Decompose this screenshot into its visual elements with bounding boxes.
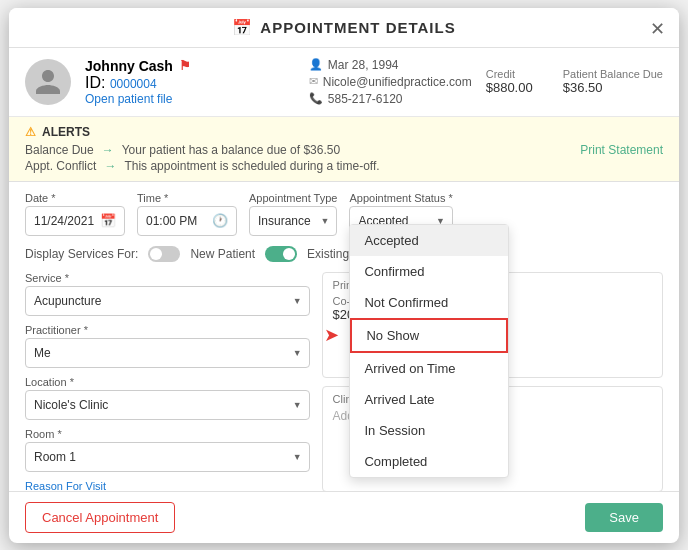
time-value: 01:00 PM: [146, 214, 197, 228]
alert-type-balance: Balance Due: [25, 143, 94, 157]
appt-status-label: Appointment Status *: [349, 192, 452, 204]
phone-row: 📞 585-217-6120: [309, 92, 472, 106]
patient-info: Johnny Cash ⚑ ID: 0000004 Open patient f…: [85, 58, 285, 106]
credit-label: Credit: [486, 68, 533, 80]
time-input[interactable]: 01:00 PM 🕐: [137, 206, 237, 236]
alert-type-conflict: Appt. Conflict: [25, 159, 96, 173]
date-time-row: Date * 11/24/2021 📅 Time * 01:00 PM 🕐 Ap…: [25, 192, 663, 236]
modal-header: 📅 APPOINTMENT DETAILS ✕: [9, 8, 679, 48]
alert-row-conflict: Appt. Conflict → This appointment is sch…: [25, 159, 663, 173]
time-group: Time * 01:00 PM 🕐: [137, 192, 237, 236]
main-form-cols: Service * Acupuncture Practitioner * Me: [25, 272, 663, 491]
date-group: Date * 11/24/2021 📅: [25, 192, 125, 236]
alert-row-balance: Balance Due → Your patient has a balance…: [25, 143, 663, 157]
clock-icon: 🕐: [212, 213, 228, 228]
service-group: Service * Acupuncture: [25, 272, 310, 316]
flag-icon: ⚑: [179, 58, 191, 73]
no-show-arrow: ➤: [324, 324, 339, 346]
modal-footer: Cancel Appointment Save: [9, 491, 679, 543]
email-icon: ✉: [309, 75, 318, 88]
appt-type-group: Appointment Type Insurance: [249, 192, 337, 236]
practitioner-group: Practitioner * Me: [25, 324, 310, 368]
financial-info: Credit $880.00 Patient Balance Due $36.5…: [486, 68, 663, 95]
cancel-appointment-button[interactable]: Cancel Appointment: [25, 502, 175, 533]
location-select[interactable]: Nicole's Clinic: [25, 390, 310, 420]
appointment-details-modal: 📅 APPOINTMENT DETAILS ✕ Johnny Cash ⚑ ID…: [9, 8, 679, 543]
service-label: Service *: [25, 272, 310, 284]
reason-label: Reason For Visit: [25, 480, 310, 491]
appt-type-wrapper: Insurance: [249, 206, 337, 236]
appt-type-label: Appointment Type: [249, 192, 337, 204]
room-wrapper: Room 1: [25, 442, 310, 472]
appt-type-select[interactable]: Insurance: [249, 206, 337, 236]
date-input[interactable]: 11/24/2021 📅: [25, 206, 125, 236]
patient-id: 0000004: [110, 77, 157, 91]
patient-id-row: ID: 0000004: [85, 74, 285, 92]
open-patient-file-link[interactable]: Open patient file: [85, 92, 285, 106]
balance-label: Patient Balance Due: [563, 68, 663, 80]
room-group: Room * Room 1: [25, 428, 310, 472]
new-patient-label: New Patient: [190, 247, 255, 261]
practitioner-label: Practitioner *: [25, 324, 310, 336]
location-wrapper: Nicole's Clinic: [25, 390, 310, 420]
status-option-confirmed[interactable]: Confirmed: [350, 256, 508, 287]
credit-value: $880.00: [486, 80, 533, 95]
modal-title: APPOINTMENT DETAILS: [260, 19, 455, 36]
existing-patient-toggle[interactable]: [265, 246, 297, 262]
email-row: ✉ Nicole@unifiedpractice.com: [309, 75, 472, 89]
status-option-accepted[interactable]: Accepted: [350, 225, 508, 256]
close-button[interactable]: ✕: [650, 18, 665, 40]
reason-group: Reason For Visit: [25, 480, 310, 491]
left-column: Service * Acupuncture Practitioner * Me: [25, 272, 310, 491]
status-option-not-confirmed[interactable]: Not Confirmed: [350, 287, 508, 318]
status-option-arrived-late[interactable]: Arrived Late: [350, 384, 508, 415]
status-option-arrived-on-time[interactable]: Arrived on Time: [350, 353, 508, 384]
date-label: Date *: [25, 192, 125, 204]
date-value: 11/24/2021: [34, 214, 94, 228]
alerts-label: ALERTS: [42, 125, 90, 139]
service-select[interactable]: Acupuncture: [25, 286, 310, 316]
alert-message-conflict: This appointment is scheduled during a t…: [124, 159, 379, 173]
arrow-icon-balance: →: [102, 143, 114, 157]
dob-value: Mar 28, 1994: [328, 58, 399, 72]
room-select[interactable]: Room 1: [25, 442, 310, 472]
dob-row: 👤 Mar 28, 1994: [309, 58, 472, 72]
practitioner-select[interactable]: Me: [25, 338, 310, 368]
phone-value: 585-217-6120: [328, 92, 403, 106]
location-label: Location *: [25, 376, 310, 388]
warning-icon: ⚠: [25, 125, 36, 139]
credit-group: Credit $880.00: [486, 68, 533, 95]
appt-status-group: Appointment Status * Accepted Accepted C…: [349, 192, 452, 236]
arrow-icon-conflict: →: [104, 159, 116, 173]
status-dropdown[interactable]: Accepted Confirmed Not Confirmed ➤ No Sh…: [349, 224, 509, 478]
email-value: Nicole@unifiedpractice.com: [323, 75, 472, 89]
calendar-icon: 📅: [232, 18, 252, 37]
balance-group: Patient Balance Due $36.50: [563, 68, 663, 95]
location-group: Location * Nicole's Clinic: [25, 376, 310, 420]
alerts-title: ⚠ ALERTS: [25, 125, 663, 139]
service-wrapper: Acupuncture: [25, 286, 310, 316]
new-patient-toggle[interactable]: [148, 246, 180, 262]
display-services-row: Display Services For: New Patient Existi…: [25, 246, 663, 262]
phone-icon: 📞: [309, 92, 323, 105]
room-label: Room *: [25, 428, 310, 440]
form-section: Date * 11/24/2021 📅 Time * 01:00 PM 🕐 Ap…: [9, 182, 679, 491]
avatar: [25, 59, 71, 105]
id-label: ID:: [85, 74, 105, 91]
contact-info: 👤 Mar 28, 1994 ✉ Nicole@unifiedpractice.…: [309, 58, 472, 106]
status-option-in-session[interactable]: In Session: [350, 415, 508, 446]
status-option-no-show[interactable]: ➤ No Show: [350, 318, 508, 353]
patient-name-row: Johnny Cash ⚑: [85, 58, 285, 74]
display-services-label: Display Services For:: [25, 247, 138, 261]
practitioner-wrapper: Me: [25, 338, 310, 368]
patient-name: Johnny Cash: [85, 58, 173, 74]
person-icon: 👤: [309, 58, 323, 71]
status-option-completed[interactable]: Completed: [350, 446, 508, 477]
time-label: Time *: [137, 192, 237, 204]
patient-section: Johnny Cash ⚑ ID: 0000004 Open patient f…: [9, 48, 679, 117]
save-button[interactable]: Save: [585, 503, 663, 532]
alerts-section: ⚠ ALERTS Balance Due → Your patient has …: [9, 117, 679, 182]
print-statement-link[interactable]: Print Statement: [580, 143, 663, 157]
balance-value: $36.50: [563, 80, 663, 95]
patient-meta: 👤 Mar 28, 1994 ✉ Nicole@unifiedpractice.…: [309, 58, 472, 106]
